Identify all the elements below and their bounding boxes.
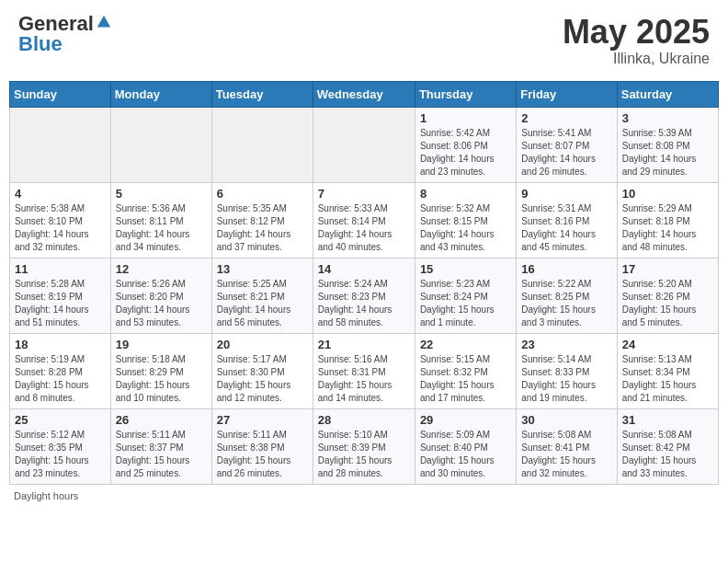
day-info: Sunrise: 5:31 AM Sunset: 8:16 PM Dayligh…	[521, 202, 611, 254]
calendar-day-cell: 5Sunrise: 5:36 AM Sunset: 8:11 PM Daylig…	[110, 182, 211, 258]
calendar-day-cell: 3Sunrise: 5:39 AM Sunset: 8:08 PM Daylig…	[617, 107, 718, 182]
day-number: 12	[116, 262, 207, 276]
logo-blue: Blue	[18, 32, 63, 55]
day-info: Sunrise: 5:22 AM Sunset: 8:25 PM Dayligh…	[521, 278, 611, 329]
day-info: Sunrise: 5:36 AM Sunset: 8:11 PM Dayligh…	[116, 202, 207, 254]
day-info: Sunrise: 5:09 AM Sunset: 8:40 PM Dayligh…	[420, 429, 511, 480]
calendar-day-cell: 20Sunrise: 5:17 AM Sunset: 8:30 PM Dayli…	[211, 333, 313, 408]
page-subtitle: Illinka, Ukraine	[563, 51, 710, 67]
page-header: General Blue May 2025 Illinka, Ukraine	[9, 9, 719, 72]
day-info: Sunrise: 5:15 AM Sunset: 8:32 PM Dayligh…	[420, 353, 511, 405]
day-info: Sunrise: 5:19 AM Sunset: 8:28 PM Dayligh…	[15, 353, 106, 405]
svg-marker-0	[97, 16, 110, 28]
calendar-day-cell: 13Sunrise: 5:25 AM Sunset: 8:21 PM Dayli…	[211, 258, 313, 333]
day-info: Sunrise: 5:28 AM Sunset: 8:19 PM Dayligh…	[15, 278, 106, 329]
calendar-day-cell: 4Sunrise: 5:38 AM Sunset: 8:10 PM Daylig…	[10, 182, 111, 258]
page-title: May 2025	[563, 14, 710, 51]
logo-icon	[96, 14, 112, 30]
calendar-week-4: 18Sunrise: 5:19 AM Sunset: 8:28 PM Dayli…	[10, 333, 719, 408]
day-number: 29	[420, 413, 511, 427]
day-info: Sunrise: 5:08 AM Sunset: 8:42 PM Dayligh…	[622, 429, 713, 480]
day-number: 26	[116, 413, 207, 427]
calendar-day-cell: 30Sunrise: 5:08 AM Sunset: 8:41 PM Dayli…	[517, 408, 617, 484]
day-number: 27	[217, 413, 308, 427]
day-number: 4	[15, 187, 106, 201]
day-info: Sunrise: 5:23 AM Sunset: 8:24 PM Dayligh…	[420, 278, 511, 329]
day-number: 11	[15, 262, 106, 276]
day-info: Sunrise: 5:10 AM Sunset: 8:39 PM Dayligh…	[318, 429, 410, 480]
calendar-day-cell: 27Sunrise: 5:11 AM Sunset: 8:38 PM Dayli…	[211, 408, 313, 484]
calendar-day-cell: 16Sunrise: 5:22 AM Sunset: 8:25 PM Dayli…	[517, 258, 617, 333]
day-info: Sunrise: 5:29 AM Sunset: 8:18 PM Dayligh…	[622, 202, 713, 254]
calendar-day-cell: 19Sunrise: 5:18 AM Sunset: 8:29 PM Dayli…	[110, 333, 211, 408]
calendar-day-cell: 31Sunrise: 5:08 AM Sunset: 8:42 PM Dayli…	[617, 408, 718, 484]
day-info: Sunrise: 5:17 AM Sunset: 8:30 PM Dayligh…	[217, 353, 308, 405]
calendar-col-saturday: Saturday	[617, 81, 718, 107]
calendar-day-cell: 8Sunrise: 5:32 AM Sunset: 8:15 PM Daylig…	[415, 182, 516, 258]
calendar-day-cell: 2Sunrise: 5:41 AM Sunset: 8:07 PM Daylig…	[517, 107, 617, 182]
footer: Daylight hours	[9, 490, 719, 501]
calendar-col-thursday: Thursday	[415, 81, 516, 107]
day-number: 13	[217, 262, 308, 276]
calendar-day-cell: 26Sunrise: 5:11 AM Sunset: 8:37 PM Dayli…	[110, 408, 211, 484]
day-info: Sunrise: 5:11 AM Sunset: 8:38 PM Dayligh…	[217, 429, 308, 480]
day-info: Sunrise: 5:42 AM Sunset: 8:06 PM Dayligh…	[420, 127, 511, 178]
day-number: 2	[521, 111, 611, 125]
calendar-day-cell: 12Sunrise: 5:26 AM Sunset: 8:20 PM Dayli…	[110, 258, 211, 333]
day-number: 6	[217, 187, 308, 201]
day-info: Sunrise: 5:20 AM Sunset: 8:26 PM Dayligh…	[622, 278, 713, 329]
day-info: Sunrise: 5:13 AM Sunset: 8:34 PM Dayligh…	[622, 353, 713, 405]
calendar-day-cell	[10, 107, 111, 182]
day-number: 8	[420, 187, 511, 201]
day-info: Sunrise: 5:16 AM Sunset: 8:31 PM Dayligh…	[318, 353, 410, 405]
calendar-day-cell	[211, 107, 313, 182]
calendar-day-cell: 23Sunrise: 5:14 AM Sunset: 8:33 PM Dayli…	[517, 333, 617, 408]
calendar-day-cell: 14Sunrise: 5:24 AM Sunset: 8:23 PM Dayli…	[313, 258, 415, 333]
calendar-col-monday: Monday	[110, 81, 211, 107]
calendar-day-cell: 7Sunrise: 5:33 AM Sunset: 8:14 PM Daylig…	[313, 182, 415, 258]
calendar-day-cell: 18Sunrise: 5:19 AM Sunset: 8:28 PM Dayli…	[10, 333, 111, 408]
footer-text: Daylight hours	[14, 490, 78, 501]
day-info: Sunrise: 5:25 AM Sunset: 8:21 PM Dayligh…	[217, 278, 308, 329]
day-number: 20	[217, 338, 308, 351]
calendar-day-cell	[313, 107, 415, 182]
day-info: Sunrise: 5:11 AM Sunset: 8:37 PM Dayligh…	[116, 429, 207, 480]
day-number: 15	[420, 262, 511, 276]
day-number: 9	[521, 187, 611, 201]
calendar-col-sunday: Sunday	[10, 81, 111, 107]
day-info: Sunrise: 5:35 AM Sunset: 8:12 PM Dayligh…	[217, 202, 308, 254]
day-number: 18	[15, 338, 106, 351]
calendar-day-cell: 29Sunrise: 5:09 AM Sunset: 8:40 PM Dayli…	[415, 408, 516, 484]
calendar-day-cell: 21Sunrise: 5:16 AM Sunset: 8:31 PM Dayli…	[313, 333, 415, 408]
day-number: 19	[116, 338, 207, 351]
calendar-day-cell: 24Sunrise: 5:13 AM Sunset: 8:34 PM Dayli…	[617, 333, 718, 408]
calendar-week-3: 11Sunrise: 5:28 AM Sunset: 8:19 PM Dayli…	[10, 258, 719, 333]
day-number: 21	[318, 338, 410, 351]
calendar-day-cell: 28Sunrise: 5:10 AM Sunset: 8:39 PM Dayli…	[313, 408, 415, 484]
day-number: 30	[521, 413, 611, 427]
calendar-day-cell: 6Sunrise: 5:35 AM Sunset: 8:12 PM Daylig…	[211, 182, 313, 258]
calendar-week-5: 25Sunrise: 5:12 AM Sunset: 8:35 PM Dayli…	[10, 408, 719, 484]
day-info: Sunrise: 5:41 AM Sunset: 8:07 PM Dayligh…	[521, 127, 611, 178]
day-info: Sunrise: 5:39 AM Sunset: 8:08 PM Dayligh…	[622, 127, 713, 178]
calendar-day-cell: 25Sunrise: 5:12 AM Sunset: 8:35 PM Dayli…	[10, 408, 111, 484]
calendar-day-cell: 1Sunrise: 5:42 AM Sunset: 8:06 PM Daylig…	[415, 107, 516, 182]
day-info: Sunrise: 5:38 AM Sunset: 8:10 PM Dayligh…	[15, 202, 106, 254]
calendar-day-cell: 9Sunrise: 5:31 AM Sunset: 8:16 PM Daylig…	[517, 182, 617, 258]
calendar-col-wednesday: Wednesday	[313, 81, 415, 107]
day-info: Sunrise: 5:33 AM Sunset: 8:14 PM Dayligh…	[318, 202, 410, 254]
calendar-week-1: 1Sunrise: 5:42 AM Sunset: 8:06 PM Daylig…	[10, 107, 719, 182]
day-info: Sunrise: 5:32 AM Sunset: 8:15 PM Dayligh…	[420, 202, 511, 254]
calendar-day-cell: 11Sunrise: 5:28 AM Sunset: 8:19 PM Dayli…	[10, 258, 111, 333]
day-number: 24	[622, 338, 713, 351]
day-info: Sunrise: 5:14 AM Sunset: 8:33 PM Dayligh…	[521, 353, 611, 405]
title-block: May 2025 Illinka, Ukraine	[563, 14, 710, 67]
day-info: Sunrise: 5:12 AM Sunset: 8:35 PM Dayligh…	[15, 429, 106, 480]
logo: General Blue	[18, 14, 112, 54]
calendar-col-tuesday: Tuesday	[211, 81, 313, 107]
day-number: 22	[420, 338, 511, 351]
day-info: Sunrise: 5:24 AM Sunset: 8:23 PM Dayligh…	[318, 278, 410, 329]
day-number: 3	[622, 111, 713, 125]
day-number: 25	[15, 413, 106, 427]
day-info: Sunrise: 5:08 AM Sunset: 8:41 PM Dayligh…	[521, 429, 611, 480]
